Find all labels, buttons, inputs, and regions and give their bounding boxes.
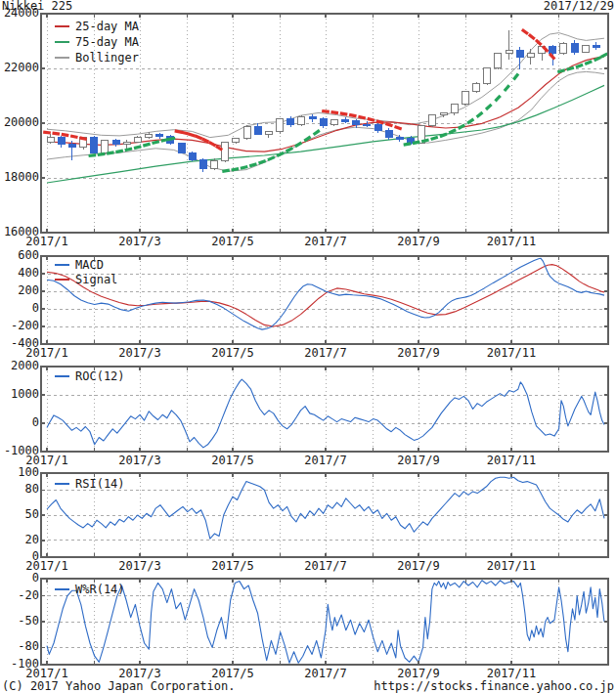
- candle: [364, 124, 371, 125]
- legend-swatch: [55, 264, 69, 266]
- candle: [134, 138, 141, 142]
- legend-label: Signal: [75, 273, 117, 286]
- macd-y-tick-label: 400: [2, 267, 39, 280]
- candle: [298, 117, 305, 125]
- wpr-x-axis-label: 2017/11: [480, 668, 543, 679]
- legend-item-roc-12-: ROC(12): [55, 370, 125, 383]
- legend-label: 75-day MA: [75, 35, 139, 49]
- rsi-x-axis-label: 2017/11: [480, 560, 543, 572]
- candle: [473, 83, 480, 91]
- main-x-axis-label: 2017/9: [387, 236, 450, 247]
- candle: [146, 134, 153, 138]
- candle: [287, 118, 294, 124]
- macd-x-axis-label: 2017/5: [201, 347, 264, 359]
- wpr-y-tick-label: -80: [2, 640, 39, 653]
- wpr-x-axis-label: 2017/3: [109, 668, 171, 679]
- main-x-axis-label: 2017/3: [109, 236, 171, 247]
- legend-swatch: [55, 25, 69, 27]
- main-y-tick-label: 24000: [2, 7, 39, 20]
- main-x-axis-label: 2017/5: [201, 236, 264, 247]
- candle: [451, 105, 458, 113]
- candle: [462, 92, 468, 105]
- legend-label: Bollinger: [75, 51, 139, 65]
- candle: [560, 44, 567, 54]
- legend-item-signal: Signal: [55, 274, 117, 286]
- rsi-x-axis-label: 2017/1: [16, 560, 78, 572]
- main-y-tick-label: 22000: [2, 62, 39, 74]
- macd-y-tick-label: -200: [2, 320, 39, 332]
- legend-swatch: [55, 483, 69, 485]
- candle: [582, 46, 589, 53]
- wpr-y-tick-label: -20: [2, 589, 39, 602]
- candle: [440, 113, 447, 115]
- candle: [178, 144, 185, 153]
- candle: [156, 134, 163, 136]
- candle: [123, 142, 130, 144]
- legend-item-macd: MACD: [55, 259, 104, 272]
- candle: [112, 140, 119, 144]
- legend-swatch: [55, 57, 69, 59]
- candle: [47, 138, 54, 143]
- roc-panel: [41, 367, 608, 452]
- roc-x-axis-label: 2017/5: [201, 455, 264, 466]
- legend-swatch: [55, 375, 69, 377]
- macd-y-tick-label: 600: [2, 249, 39, 262]
- candle: [353, 120, 360, 124]
- legend-item-25-day-ma: 25-day MA: [55, 21, 139, 33]
- macd-x-axis-label: 2017/3: [109, 347, 171, 359]
- candle: [254, 126, 261, 134]
- macd-x-axis-label: 2017/7: [294, 347, 357, 359]
- candle: [330, 120, 337, 125]
- legend-item-bollinger: Bollinger: [55, 52, 139, 65]
- candle: [277, 118, 284, 131]
- candle: [396, 138, 403, 139]
- candle: [527, 54, 534, 58]
- candle: [342, 120, 349, 121]
- candle: [550, 46, 556, 53]
- wpr-x-axis-label: 2017/5: [201, 668, 264, 679]
- rsi-y-tick-label: 20: [2, 534, 39, 546]
- macd-panel: [41, 256, 608, 344]
- candle: [222, 143, 229, 161]
- candle: [495, 54, 502, 68]
- roc-y-tick-label: 0: [2, 416, 39, 429]
- candle: [309, 117, 316, 119]
- wpr-x-axis-label: 2017/1: [16, 668, 78, 679]
- macd-y-tick-label: 0: [2, 302, 39, 315]
- stock-chart-page: Nikkei 225 2017/12/29 240002200020000180…: [0, 0, 616, 693]
- candle: [571, 44, 578, 52]
- roc-y-tick-label: 2000: [2, 360, 39, 372]
- rsi-panel: [41, 473, 608, 557]
- rsi-x-axis-label: 2017/5: [201, 560, 264, 572]
- legend-swatch: [55, 588, 69, 590]
- rsi-x-axis-label: 2017/7: [294, 560, 357, 572]
- legend-item-w-r-14-: W%R(14): [55, 584, 125, 596]
- macd-x-axis-label: 2017/11: [480, 347, 543, 359]
- rsi-x-axis-label: 2017/3: [109, 560, 171, 572]
- candle: [91, 138, 98, 152]
- main-y-tick-label: 18000: [2, 171, 39, 184]
- candle: [385, 131, 392, 138]
- roc-x-axis-label: 2017/11: [480, 455, 543, 466]
- wpr-y-tick-label: 0: [2, 572, 39, 585]
- rsi-y-tick-label: 100: [2, 466, 39, 479]
- candle: [68, 145, 75, 148]
- legend-item-75-day-ma: 75-day MA: [55, 36, 139, 49]
- macd-x-axis-label: 2017/9: [387, 347, 450, 359]
- candle: [102, 140, 109, 152]
- legend-swatch: [55, 41, 69, 43]
- roc-x-axis-label: 2017/7: [294, 455, 357, 466]
- legend-item-rsi-14-: RSI(14): [55, 478, 125, 491]
- legend-swatch: [55, 279, 69, 281]
- candle: [199, 160, 206, 169]
- main-x-axis-label: 2017/1: [16, 236, 78, 247]
- legend-label: 25-day MA: [75, 20, 139, 33]
- macd-y-tick-label: 200: [2, 284, 39, 297]
- main-y-tick-label: 20000: [2, 116, 39, 129]
- candle: [233, 138, 240, 143]
- candle: [374, 124, 381, 130]
- candle: [593, 46, 599, 48]
- candle: [484, 68, 491, 83]
- candle: [58, 138, 65, 145]
- legend-label: ROC(12): [75, 369, 125, 383]
